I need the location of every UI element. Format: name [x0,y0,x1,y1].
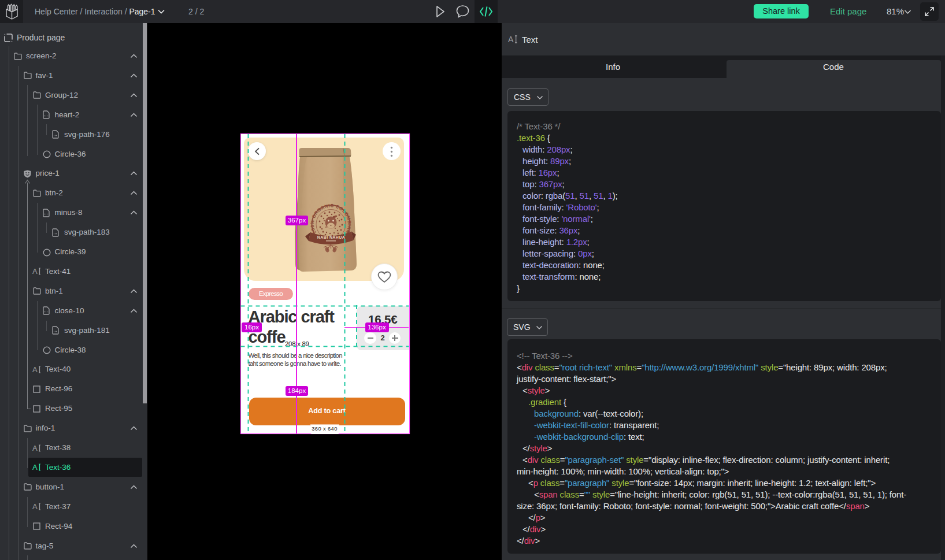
svg-text:NABI NAHUA: NABI NAHUA [317,235,344,239]
svg-text:A: A [32,267,38,276]
svg-text:A: A [508,35,514,44]
svg-text:A: A [32,502,38,511]
svg-text:A: A [32,463,38,472]
svg-text:A: A [32,444,38,453]
svg-text:A: A [32,365,38,374]
